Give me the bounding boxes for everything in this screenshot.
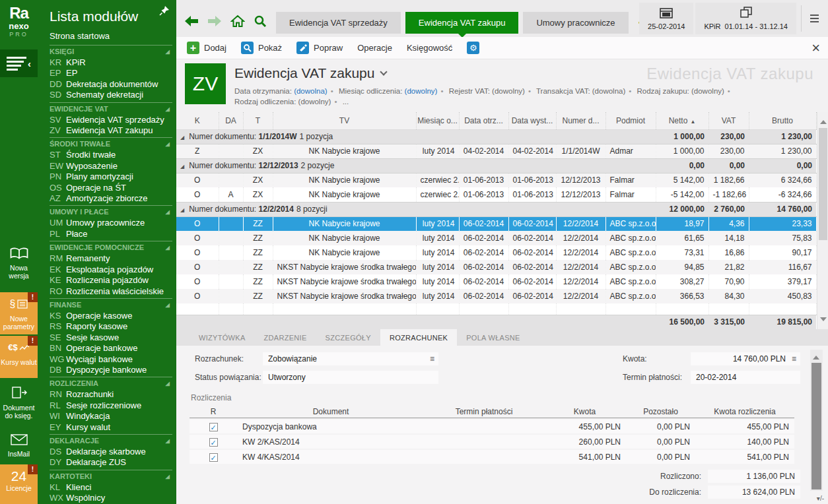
- sidebar-item-schematy-dekretacji[interactable]: SDSchematy dekretacji: [50, 90, 172, 100]
- column-header-t[interactable]: T: [243, 112, 273, 129]
- sidebar-item-ewidencja-vat-zakupu[interactable]: ZVEwidencja VAT zakupu: [50, 125, 172, 136]
- sidebar-item-sesje-rozliczeniowe[interactable]: RLSesje rozliczeniowe: [50, 400, 172, 411]
- rail-item-nowa-wersja[interactable]: Nowa wersja: [0, 241, 38, 286]
- settlement-row[interactable]: ✓ Dyspozycja bankowa 455,00 PLN 0,00 PLN…: [190, 420, 794, 433]
- detail-scrollbar[interactable]: [810, 350, 823, 491]
- tab-umowy-pracownicze[interactable]: Umowy pracownicze: [523, 12, 628, 34]
- table-row[interactable]: OAZXNK Nabycie krajoweczerwiec 2...01-06…: [176, 187, 816, 202]
- period-button[interactable]: KPiR 01.01.14 - 31.12.14: [695, 3, 796, 34]
- section-header[interactable]: EWIDENCJE VAT◢: [50, 104, 172, 115]
- filter[interactable]: Rodzaj odliczenia: (dowolny): [234, 98, 331, 106]
- work-date-button[interactable]: 25-02-2014: [639, 3, 693, 34]
- scrollbar-thumb[interactable]: [819, 128, 827, 240]
- column-header-brutto[interactable]: Brutto: [749, 112, 816, 129]
- grid-scrollbar[interactable]: [817, 112, 828, 329]
- column-header-tv[interactable]: TV: [273, 112, 416, 129]
- show-button[interactable]: Pokaż: [241, 42, 282, 54]
- back-button[interactable]: [184, 15, 199, 27]
- sidebar-item-operacje-na-st[interactable]: OSOperacje na ŚT: [50, 183, 172, 193]
- sidebar-item-dyspozycje-bankowe[interactable]: DBDyspozycje bankowe: [50, 365, 172, 375]
- sidebar-item-operacje-bankowe[interactable]: BNOperacje bankowe: [50, 343, 172, 354]
- sidebar-item-rozliczenia-pojazdow[interactable]: KERozliczenia pojazdów: [50, 275, 172, 286]
- expand-icon[interactable]: ◢: [180, 135, 184, 141]
- settlement-row[interactable]: ✓ KW 4/KAS/2014 541,00 PLN 0,00 PLN 541,…: [190, 450, 794, 464]
- rail-item-insmail[interactable]: InsMail: [0, 427, 38, 463]
- scrollbar-thumb[interactable]: [811, 363, 821, 489]
- checkbox-checked[interactable]: ✓: [209, 438, 218, 447]
- filter[interactable]: Transakcja VAT: (dowolna): [536, 87, 625, 95]
- pin-icon[interactable]: [159, 5, 170, 16]
- module-list-button[interactable]: ‹: [0, 49, 38, 77]
- sidebar-item-ep[interactable]: EPEP: [50, 68, 172, 79]
- sidebar-item-umowy-pracownicze[interactable]: UMUmowy pracownicze: [50, 218, 172, 228]
- rail-item-nowe-parametry[interactable]: ! § Nowe parametry: [0, 292, 38, 334]
- column-header-k[interactable]: K: [176, 112, 219, 129]
- search-button[interactable]: [254, 15, 267, 28]
- scroll-up-icon[interactable]: [820, 117, 827, 124]
- table-row[interactable]: OZXNK Nabycie krajoweczerwiec 2...01-06-…: [176, 173, 816, 187]
- section-header[interactable]: UMOWY I PŁACE◢: [50, 206, 172, 218]
- field-menu-icon[interactable]: ≡: [430, 352, 434, 365]
- section-header[interactable]: KARTOTEKI◢: [50, 471, 172, 482]
- accounting-menu[interactable]: Księgowość: [407, 43, 452, 53]
- forward-button[interactable]: [207, 15, 222, 27]
- group-row[interactable]: ◢Numer dokumentu: 1/1/2014W1 pozycja 1 0…: [176, 129, 816, 144]
- sidebar-item-kursy-walut[interactable]: EYKursy walut: [50, 422, 172, 433]
- column-header-data-otrz[interactable]: Data otrz...: [459, 112, 508, 129]
- sidebar-item-wyciagi-bankowe[interactable]: WGWyciągi bankowe: [50, 354, 172, 365]
- sidebar-item-strona-startowa[interactable]: Strona startowa: [50, 30, 172, 44]
- column-header-data-wyst[interactable]: Data wyst...: [508, 112, 556, 129]
- sidebar-item-deklaracje-skarbowe[interactable]: DSDeklaracje skarbowe: [50, 447, 172, 457]
- sidebar-item-place[interactable]: PLPłace: [50, 229, 172, 239]
- sidebar-item-wyposazenie[interactable]: EWWyposażenie: [50, 161, 172, 172]
- column-header-vat[interactable]: VAT: [708, 112, 749, 129]
- tab-pola-wlasne[interactable]: POLA WŁASNE: [457, 329, 530, 346]
- sidebar-item-raporty-kasowe[interactable]: RSRaporty kasowe: [50, 321, 172, 332]
- section-header[interactable]: EWIDENCJE POMOCNICZE◢: [50, 242, 172, 253]
- section-header[interactable]: KSIĘGI◢: [50, 46, 172, 57]
- page-title[interactable]: Ewidencja VAT zakupu: [234, 65, 386, 81]
- sidebar-item-amortyzacje-zbiorcze[interactable]: AZAmortyzacje zbiorcze: [50, 193, 172, 204]
- column-header-da[interactable]: DA: [219, 112, 243, 129]
- status-powiazania-field[interactable]: Utworzony: [263, 371, 438, 384]
- filter[interactable]: Rejestr VAT: (dowolny): [449, 87, 525, 95]
- rail-item-kursy-walut[interactable]: ! €$ Kursy walut: [0, 336, 38, 378]
- group-row[interactable]: ◢Numer dokumentu: 12/2/20148 pozycji 12 …: [176, 202, 816, 216]
- expand-icon[interactable]: ◢: [180, 207, 184, 213]
- menu-button[interactable]: [804, 3, 824, 34]
- close-icon[interactable]: ×: [811, 40, 820, 57]
- rail-item-licencje[interactable]: ! 24 Licencje: [0, 464, 38, 504]
- expand-icon[interactable]: ◢: [180, 164, 184, 170]
- scroll-down-icon[interactable]: [820, 317, 827, 325]
- sidebar-item-rozrachunki[interactable]: RNRozrachunki: [50, 389, 172, 400]
- table-row[interactable]: OZZNKST Nabycie krajowe środka trwałegol…: [176, 260, 816, 274]
- table-row[interactable]: OZZNK Nabycie krajoweluty 201406-02-2014…: [176, 245, 816, 260]
- operations-menu[interactable]: Operacje: [357, 43, 392, 53]
- termin-platnosci-field[interactable]: 20-02-2014: [691, 371, 800, 384]
- edit-button[interactable]: Popraw: [296, 42, 343, 54]
- sidebar-item-dekretacja-dokumentow[interactable]: DDDekretacja dokumentów: [50, 79, 172, 90]
- table-row[interactable]: OZZNKST Nabycie krajowe środka trwałegol…: [176, 289, 816, 303]
- rozrachunek-field[interactable]: Zobowiązanie ≡: [263, 352, 438, 365]
- filter[interactable]: Rodzaj zakupu: (dowolny): [637, 87, 724, 95]
- sidebar-item-operacje-kasowe[interactable]: KSOperacje kasowe: [50, 311, 172, 321]
- column-header-podmiot[interactable]: Podmiot: [605, 112, 656, 129]
- tab-szczegoly[interactable]: SZCZEGÓŁY: [316, 329, 380, 346]
- add-button[interactable]: + Dodaj: [187, 42, 226, 54]
- tab-ewidencja-vat-zakupu[interactable]: Ewidencja VAT zakupu: [405, 12, 519, 34]
- checkbox-checked[interactable]: ✓: [209, 453, 218, 462]
- tab-wizytowka[interactable]: WIZYTÓWKA: [190, 329, 255, 346]
- sidebar-item-wspolnicy[interactable]: WXWspólnicy: [50, 493, 172, 503]
- table-row-selected[interactable]: OZZNK Nabycie krajoweluty 201406-02-2014…: [176, 216, 816, 231]
- sidebar-item-plany-amortyzacji[interactable]: PNPlany amortyzacji: [50, 172, 172, 182]
- section-header[interactable]: ROZLICZENIA◢: [50, 378, 172, 389]
- scroll-up-icon[interactable]: [813, 352, 819, 360]
- sidebar-item-rozliczenia-wlascicielskie[interactable]: RORozliczenia właścicielskie: [50, 286, 172, 297]
- tab-zdarzenie[interactable]: ZDARZENIE: [255, 329, 316, 346]
- section-header[interactable]: ŚRODKI TRWAŁE◢: [50, 139, 172, 150]
- settings-button[interactable]: ⚙: [467, 42, 484, 54]
- column-header-netto[interactable]: Netto▲: [656, 112, 708, 129]
- sidebar-item-klienci[interactable]: KLKlienci: [50, 482, 172, 493]
- column-header-miesiac[interactable]: Miesiąc o...: [416, 112, 459, 129]
- tab-rozrachunek[interactable]: ROZRACHUNEK: [380, 329, 457, 346]
